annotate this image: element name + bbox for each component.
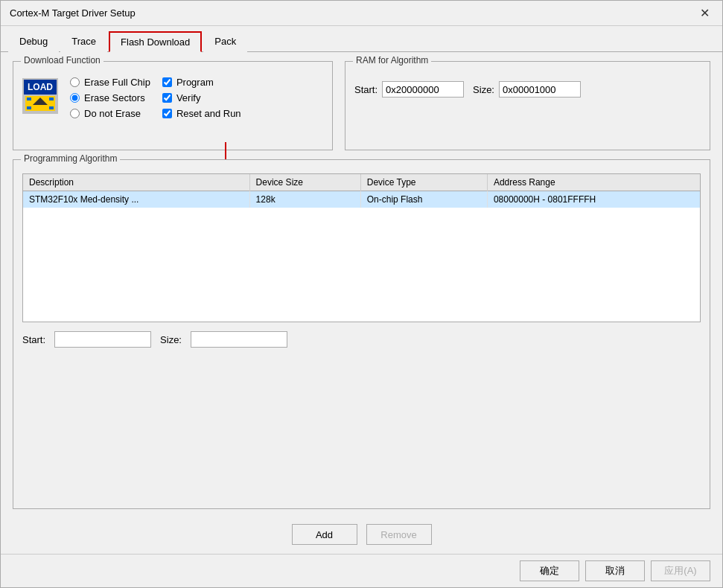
programming-algorithm-group: Programming Algorithm Description Device… [13, 159, 710, 509]
checkbox-group: Program Verify Reset and Run [162, 77, 241, 119]
radio-group: Erase Full Chip Erase Sectors Do not Era… [70, 77, 150, 119]
do-not-erase-radio[interactable] [70, 109, 80, 118]
col-description: Description [23, 174, 249, 191]
download-inner: LOAD [22, 75, 323, 119]
title-bar: Cortex-M Target Driver Setup ✕ [1, 1, 722, 26]
red-arrow-line [225, 142, 226, 160]
svg-rect-6 [49, 98, 54, 100]
col-device-size: Device Size [249, 174, 360, 191]
algo-start-label: Start: [22, 334, 45, 345]
main-window: Cortex-M Target Driver Setup ✕ Debug Tra… [0, 0, 723, 588]
col-device-type: Device Type [360, 174, 487, 191]
erase-sectors-radio[interactable] [70, 93, 80, 103]
ram-start-field: Start: [354, 81, 464, 98]
algo-start-input[interactable] [54, 331, 151, 348]
radio-erase-full-chip[interactable]: Erase Full Chip [70, 77, 150, 88]
reset-and-run-checkbox[interactable] [162, 109, 172, 118]
table-header-row: Description Device Size Device Type Addr… [23, 174, 700, 191]
svg-rect-7 [27, 106, 31, 109]
download-function-group: Download Function LOAD [13, 61, 333, 150]
erase-full-chip-radio[interactable] [70, 77, 80, 87]
tab-trace[interactable]: Trace [60, 31, 107, 52]
algo-size-label: Size: [160, 334, 182, 345]
remove-button[interactable]: Remove [366, 524, 432, 545]
checkbox-program[interactable]: Program [162, 77, 241, 88]
ram-start-input[interactable] [382, 81, 464, 98]
window-title: Cortex-M Target Driver Setup [10, 7, 136, 19]
apply-button[interactable]: 应用(A) [651, 560, 710, 581]
radio-erase-sectors[interactable]: Erase Sectors [70, 92, 150, 103]
algo-bottom: Start: Size: [22, 328, 701, 351]
program-checkbox[interactable] [162, 77, 172, 87]
algo-table: Description Device Size Device Type Addr… [23, 174, 700, 208]
algo-table-container[interactable]: Description Device Size Device Type Addr… [22, 173, 701, 322]
button-row: Add Remove [13, 524, 710, 545]
ram-size-label: Size: [473, 84, 494, 95]
algo-size-input[interactable] [191, 331, 287, 348]
svg-rect-8 [49, 106, 54, 109]
tab-flash-download[interactable]: Flash Download [109, 31, 202, 52]
top-row: Download Function LOAD [13, 61, 710, 150]
ok-button[interactable]: 确定 [520, 560, 579, 581]
close-button[interactable]: ✕ [695, 4, 713, 22]
tab-pack[interactable]: Pack [203, 31, 247, 52]
checkbox-verify[interactable]: Verify [162, 92, 241, 103]
add-button[interactable]: Add [292, 524, 357, 545]
ram-inner: Start: Size: [354, 81, 701, 98]
bottom-bar: 确定 取消 应用(A) [1, 554, 722, 587]
verify-checkbox[interactable] [162, 93, 172, 103]
ram-start-label: Start: [354, 84, 378, 95]
col-address-range: Address Range [487, 174, 700, 191]
cancel-button[interactable]: 取消 [585, 560, 645, 581]
ram-algorithm-label: RAM for Algorithm [353, 55, 431, 65]
content-area: Download Function LOAD [1, 52, 722, 554]
tab-debug[interactable]: Debug [8, 31, 59, 52]
ram-size-field: Size: [473, 81, 581, 98]
svg-text:LOAD: LOAD [28, 82, 53, 92]
download-function-label: Download Function [21, 55, 103, 65]
programming-algorithm-label: Programming Algorithm [21, 153, 120, 164]
load-icon: LOAD [22, 78, 58, 114]
prog-algo-inner: Description Device Size Device Type Addr… [22, 173, 701, 351]
checkbox-reset-and-run[interactable]: Reset and Run [162, 108, 241, 119]
radio-do-not-erase[interactable]: Do not Erase [70, 108, 150, 119]
ram-algorithm-group: RAM for Algorithm Start: Size: [345, 61, 710, 150]
tab-bar: Debug Trace Flash Download Pack [1, 26, 722, 52]
svg-rect-5 [27, 98, 31, 100]
table-row[interactable]: STM32F10x Med-density ...128kOn-chip Fla… [23, 191, 700, 208]
ram-size-input[interactable] [499, 81, 581, 98]
